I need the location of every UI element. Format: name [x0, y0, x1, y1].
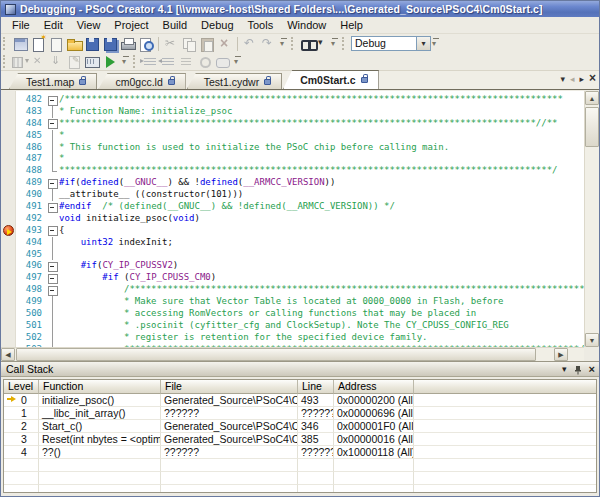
- select-target-icon[interactable]: [29, 54, 47, 70]
- horizontal-scroll-thumb[interactable]: [16, 348, 536, 361]
- scroll-tabs-right-icon[interactable]: ▸: [579, 74, 584, 84]
- device-selector-icon[interactable]: [11, 54, 29, 70]
- breakpoint-margin[interactable]: [1, 201, 17, 213]
- call-stack-title-bar[interactable]: Call Stack ▾ ×: [1, 362, 599, 377]
- menu-edit[interactable]: Edit: [37, 18, 70, 32]
- code-viewport[interactable]: 482 /***********************************…: [1, 91, 584, 347]
- menu-build[interactable]: Build: [156, 18, 194, 32]
- tab-test1.map[interactable]: Test1.map: [9, 73, 97, 89]
- vertical-scroll-thumb[interactable]: [585, 107, 599, 147]
- breakpoint-margin[interactable]: [1, 177, 17, 189]
- breakpoint-margin[interactable]: [1, 142, 17, 154]
- print-icon[interactable]: [119, 36, 137, 52]
- callstack-row[interactable]: 3 Reset(int nbytes = <optimized out>) Ge…: [4, 433, 596, 446]
- bookmark-icon[interactable]: [195, 54, 213, 70]
- toolbar-grip[interactable]: [133, 55, 137, 68]
- title-bar[interactable]: Debugging - PSoC Creator 4.1 [\\vmware-h…: [1, 1, 599, 17]
- toolbar-overflow-button[interactable]: [331, 36, 340, 52]
- menu-view[interactable]: View: [70, 18, 108, 32]
- toolbar-overflow-button[interactable]: [234, 54, 243, 70]
- callstack-empty-row[interactable]: [4, 472, 596, 485]
- fold-marker[interactable]: [47, 284, 59, 296]
- delete-icon[interactable]: [216, 36, 234, 52]
- callstack-header-line[interactable]: Line: [298, 380, 334, 394]
- preview-icon[interactable]: [137, 36, 155, 52]
- scroll-left-button[interactable]: ◀: [1, 348, 15, 361]
- callstack-empty-row[interactable]: [4, 485, 596, 493]
- callstack-header-function[interactable]: Function: [39, 380, 161, 394]
- pin-icon[interactable]: [574, 364, 582, 375]
- callstack-header-file[interactable]: File: [161, 380, 298, 394]
- config-combobox[interactable]: Debug ▾: [351, 36, 431, 51]
- new-icon[interactable]: [29, 36, 47, 52]
- vertical-scrollbar[interactable]: ▲ ▼: [584, 91, 599, 347]
- find-icon[interactable]: [299, 36, 317, 52]
- fold-marker[interactable]: [47, 260, 59, 272]
- breakpoint-margin[interactable]: [1, 296, 17, 308]
- dropdown-icon[interactable]: [317, 36, 328, 52]
- breakpoint-margin[interactable]: [1, 165, 17, 177]
- close-document-icon[interactable]: ×: [589, 73, 596, 83]
- jtag-icon[interactable]: [83, 54, 101, 70]
- callstack-row[interactable]: 1 __libc_init_array() ?????? ?????? 0x00…: [4, 407, 596, 420]
- breakpoint-margin[interactable]: [1, 260, 17, 272]
- tab-cm0start.c[interactable]: Cm0Start.c: [283, 70, 378, 89]
- breakpoint-margin[interactable]: [1, 153, 17, 165]
- breakpoint-margin[interactable]: [1, 332, 17, 344]
- redo-icon[interactable]: [259, 36, 277, 52]
- menu-help[interactable]: Help: [333, 18, 370, 32]
- callstack-empty-row[interactable]: [4, 459, 596, 472]
- tab-test1.cydwr[interactable]: Test1.cydwr: [187, 73, 282, 89]
- fold-marker[interactable]: [47, 177, 59, 189]
- cut-icon[interactable]: [162, 36, 180, 52]
- scroll-down-button[interactable]: ▼: [585, 333, 599, 347]
- breakpoint-margin[interactable]: [1, 189, 17, 201]
- horizontal-scrollbar[interactable]: ◀ ▶: [1, 347, 584, 361]
- fold-marker[interactable]: [47, 272, 59, 284]
- fold-marker[interactable]: [47, 94, 59, 106]
- breakpoint-margin[interactable]: [1, 213, 17, 225]
- menu-project[interactable]: Project: [107, 18, 155, 32]
- breakpoint-margin[interactable]: [1, 118, 17, 130]
- undo-icon[interactable]: [241, 36, 259, 52]
- callstack-row[interactable]: 0 initialize_psoc() Generated_Source\PSo…: [4, 394, 596, 407]
- callstack-row[interactable]: 2 Start_c() Generated_Source\PSoC4\Cm0St…: [4, 420, 596, 433]
- breakpoint-margin[interactable]: [1, 237, 17, 249]
- page-icon[interactable]: [47, 36, 65, 52]
- scroll-tabs-left-icon[interactable]: ◂: [570, 74, 575, 84]
- breakpoint-margin[interactable]: [1, 272, 17, 284]
- toolbar-grip[interactable]: [342, 37, 346, 50]
- indent-icon[interactable]: [141, 54, 159, 70]
- document-list-dropdown-icon[interactable]: ▾: [560, 74, 565, 84]
- region-icon[interactable]: [213, 54, 231, 70]
- menu-file[interactable]: File: [5, 18, 37, 32]
- copy-icon[interactable]: [180, 36, 198, 52]
- breakpoint-margin[interactable]: [1, 106, 17, 118]
- callstack-header-level[interactable]: Level: [4, 380, 39, 394]
- breakpoint-margin[interactable]: [1, 284, 17, 296]
- configure-icon[interactable]: [65, 54, 83, 70]
- breakpoint-margin[interactable]: [1, 249, 17, 261]
- scroll-right-button[interactable]: ▶: [554, 348, 568, 361]
- toolbar-overflow-button[interactable]: [280, 36, 289, 52]
- fold-marker[interactable]: [47, 118, 59, 130]
- paste-icon[interactable]: [198, 36, 216, 52]
- program-icon[interactable]: [47, 54, 65, 70]
- toolbar-grip[interactable]: [3, 37, 7, 50]
- outline-icon[interactable]: [177, 54, 195, 70]
- breakpoint-margin[interactable]: [1, 130, 17, 142]
- toolbar-overflow-button[interactable]: [432, 36, 441, 52]
- run-icon[interactable]: [101, 54, 119, 70]
- callstack-header-filler[interactable]: [414, 380, 596, 394]
- callstack-header-address[interactable]: Address: [334, 380, 414, 394]
- combobox-dropdown-button[interactable]: ▾: [417, 36, 431, 51]
- config-combobox-value[interactable]: Debug: [351, 36, 417, 51]
- breakpoint-current-statement-marker[interactable]: [3, 225, 14, 236]
- breakpoint-margin[interactable]: [1, 225, 17, 237]
- menu-debug[interactable]: Debug: [194, 18, 240, 32]
- fold-marker[interactable]: [47, 225, 59, 237]
- outdent-icon[interactable]: [159, 54, 177, 70]
- scroll-up-button[interactable]: ▲: [585, 91, 599, 105]
- menu-tools[interactable]: Tools: [241, 18, 281, 32]
- toolbar-grip[interactable]: [291, 37, 295, 50]
